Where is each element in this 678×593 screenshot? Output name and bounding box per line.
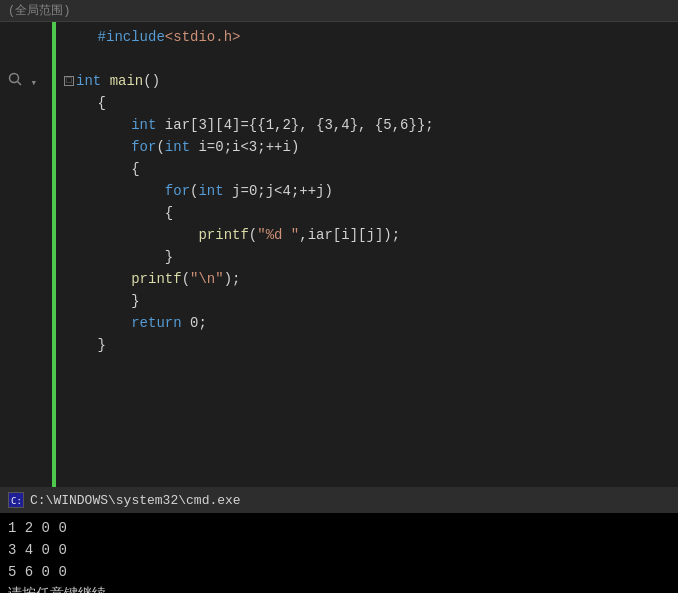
code-line-3: □int main() [64, 70, 670, 92]
code-line-11: } [64, 246, 670, 268]
cmd-icon: C: [8, 492, 24, 508]
terminal-footer: 请按任意键继续. . . https://blog.csdn.net/LINZE… [8, 583, 670, 593]
code-line-12: printf("\n"); [64, 268, 670, 290]
svg-line-1 [18, 82, 22, 86]
scope-bar: (全局范围) [0, 0, 678, 22]
terminal-title: C:\WINDOWS\system32\cmd.exe [30, 493, 241, 508]
code-line-10: printf("%d ",iar[i][j]); [64, 224, 670, 246]
blog-link: https://blog.csdn.net/LINZEYU666 [440, 589, 670, 593]
code-line-8: for(int j=0;j<4;++j) [64, 180, 670, 202]
code-line-13: } [64, 290, 670, 312]
code-line-14: return 0; [64, 312, 670, 334]
terminal-line-4: 请按任意键继续. . . [8, 583, 148, 593]
code-line-1: #include<stdio.h> [64, 26, 670, 48]
code-line-6: for(int i=0;i<3;++i) [64, 136, 670, 158]
scope-label: (全局范围) [8, 2, 70, 19]
terminal-content: 1 2 0 0 3 4 0 0 5 6 0 0 请按任意键继续. . . htt… [0, 513, 678, 593]
code-line-7: { [64, 158, 670, 180]
search-icon[interactable]: ▾ [8, 72, 37, 90]
code-line-15: } [64, 334, 670, 356]
code-line-2 [64, 48, 670, 70]
terminal-line-2: 3 4 0 0 [8, 539, 670, 561]
collapse-icon[interactable]: □ [64, 76, 74, 86]
code-line-4: { [64, 92, 670, 114]
terminal-line-3: 5 6 0 0 [8, 561, 670, 583]
svg-point-0 [10, 74, 19, 83]
left-bar: ▾ [0, 22, 52, 487]
svg-text:C:: C: [11, 496, 22, 506]
code-line-9: { [64, 202, 670, 224]
editor-area: ▾ #include<stdio.h> □int main() { int ia… [0, 22, 678, 487]
terminal-area: C: C:\WINDOWS\system32\cmd.exe 1 2 0 0 3… [0, 487, 678, 593]
code-editor[interactable]: #include<stdio.h> □int main() { int iar[… [56, 22, 678, 487]
code-line-5: int iar[3][4]={{1,2}, {3,4}, {5,6}}; [64, 114, 670, 136]
terminal-titlebar: C: C:\WINDOWS\system32\cmd.exe [0, 487, 678, 513]
terminal-line-1: 1 2 0 0 [8, 517, 670, 539]
